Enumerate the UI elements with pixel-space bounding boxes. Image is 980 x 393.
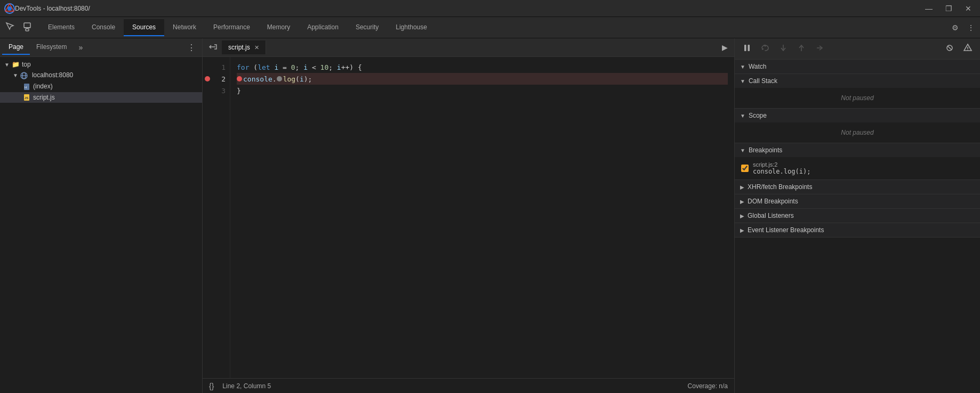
breakpoint-code: console.log(i); (753, 168, 810, 175)
tab-security[interactable]: Security (347, 19, 387, 36)
section-scope: ▼ Scope Not paused (735, 109, 980, 143)
tree-item-scriptjs[interactable]: JS script.js (0, 92, 202, 103)
line-num-1[interactable]: 1 (203, 61, 230, 73)
section-header-call-stack[interactable]: ▼ Call Stack (735, 74, 980, 88)
line-num-2[interactable]: 2 (203, 73, 230, 85)
section-header-xhr[interactable]: ▶ XHR/fetch Breakpoints (735, 180, 980, 194)
svg-rect-3 (26, 29, 29, 31)
pause-exceptions-button[interactable] (960, 41, 976, 57)
folder-icon: 📁 (12, 61, 20, 68)
section-header-scope[interactable]: ▼ Scope (735, 109, 980, 122)
tree-item-index[interactable]: H (index) (0, 81, 202, 92)
maximize-button[interactable]: ❐ (941, 3, 957, 14)
main-area: Page Filesystem » ⋮ ▼ 📁 top ▼ (0, 38, 980, 393)
editor-tab-close[interactable]: ✕ (254, 44, 259, 51)
settings-icon[interactable]: ⚙ (949, 21, 962, 34)
section-header-dom[interactable]: ▶ DOM Breakpoints (735, 194, 980, 208)
code-area: 1 2 3 for ( let i = (203, 57, 734, 378)
top-nav: Elements Console Sources Network Perform… (0, 17, 980, 38)
domain-icon (20, 71, 30, 79)
tab-console[interactable]: Console (83, 19, 124, 36)
tab-memory[interactable]: Memory (259, 19, 299, 36)
dom-label: DOM Breakpoints (748, 198, 798, 205)
section-header-watch[interactable]: ▼ Watch (735, 60, 980, 73)
editor-tab-scriptjs[interactable]: script.js ✕ (222, 40, 266, 54)
scope-label: Scope (749, 112, 767, 119)
svg-rect-12 (744, 45, 746, 51)
section-dom-breakpoints: ▶ DOM Breakpoints (735, 194, 980, 209)
section-event-breakpoints: ▶ Event Listener Breakpoints (735, 223, 980, 238)
call-stack-label: Call Stack (749, 77, 777, 85)
xhr-arrow-icon: ▶ (740, 184, 744, 190)
format-button[interactable]: {} (209, 382, 214, 390)
go-back-button[interactable] (205, 40, 222, 55)
minimize-button[interactable]: — (921, 3, 937, 14)
step-into-button[interactable] (775, 41, 791, 57)
svg-line-18 (947, 46, 952, 50)
tab-performance[interactable]: Performance (205, 19, 259, 36)
breakpoint-inline (237, 76, 242, 81)
call-stack-empty: Not paused (735, 90, 980, 106)
breakpoint-file: script.js:2 (753, 161, 810, 168)
tab-network[interactable]: Network (164, 19, 205, 36)
section-xhr-breakpoints: ▶ XHR/fetch Breakpoints (735, 180, 980, 194)
panel-more-tabs[interactable]: » (75, 41, 86, 54)
code-line-2: console . log ( i ); (237, 73, 728, 85)
cursor-position: Line 2, Column 5 (222, 382, 271, 390)
js-icon: JS (23, 94, 30, 102)
global-label: Global Listeners (748, 212, 794, 219)
section-header-breakpoints[interactable]: ▼ Breakpoints (735, 143, 980, 157)
step-over-button[interactable] (757, 41, 773, 57)
tab-sources[interactable]: Sources (124, 19, 164, 36)
tab-elements[interactable]: Elements (39, 19, 83, 36)
breakpoint-info: script.js:2 console.log(i); (753, 161, 810, 175)
watch-label: Watch (749, 63, 767, 70)
panel-options-button[interactable]: ⋮ (183, 40, 200, 55)
kw-for: for (237, 63, 249, 71)
deactivate-breakpoints-button[interactable] (942, 41, 958, 57)
breakpoint-item[interactable]: script.js:2 console.log(i); (735, 159, 980, 177)
tab-application[interactable]: Application (299, 19, 347, 36)
svg-point-21 (967, 50, 968, 51)
close-button[interactable]: ✕ (961, 3, 976, 14)
tree-item-localhost[interactable]: ▼ localhost:8080 (0, 70, 202, 81)
device-toolbar-icon[interactable] (19, 20, 35, 35)
event-arrow-icon: ▶ (740, 227, 744, 233)
tab-filesystem[interactable]: Filesystem (30, 40, 73, 55)
main-nav-tabs: Elements Console Sources Network Perform… (39, 19, 949, 36)
step-button[interactable] (812, 41, 828, 57)
window-title: DevTools - localhost:8080/ (15, 5, 921, 12)
call-stack-body: Not paused (735, 88, 980, 108)
html-icon: H (23, 83, 30, 91)
play-snippets-button[interactable]: ▶ (718, 41, 732, 54)
tree-label-index: (index) (33, 83, 53, 90)
section-watch: ▼ Watch (735, 60, 980, 74)
line-num-3[interactable]: 3 (203, 85, 230, 96)
tab-lighthouse[interactable]: Lighthouse (387, 19, 436, 36)
editor-tabs: script.js ✕ ▶ (203, 38, 734, 57)
step-out-button[interactable] (793, 41, 809, 57)
global-arrow-icon: ▶ (740, 213, 744, 219)
section-header-event[interactable]: ▶ Event Listener Breakpoints (735, 223, 980, 237)
center-panel: script.js ✕ ▶ 1 2 3 (203, 38, 735, 393)
more-icon[interactable]: ⋮ (964, 21, 978, 34)
inspect-icon[interactable] (2, 20, 18, 35)
tab-page[interactable]: Page (2, 40, 30, 55)
breakpoint-checkbox[interactable] (741, 165, 749, 172)
code-line-3: } (237, 85, 728, 96)
nav-icons (2, 20, 35, 35)
debug-toolbar (735, 38, 980, 60)
call-stack-arrow-icon: ▼ (740, 78, 745, 84)
breakpoint-dot (205, 76, 210, 81)
line-num-label: 3 (221, 87, 226, 95)
svg-rect-2 (24, 23, 30, 28)
nav-right-icons: ⚙ ⋮ (949, 21, 978, 34)
breakpoints-body: script.js:2 console.log(i); (735, 157, 980, 179)
section-header-global[interactable]: ▶ Global Listeners (735, 209, 980, 223)
tree-label-scriptjs: script.js (33, 94, 55, 101)
tree-item-top[interactable]: ▼ 📁 top (0, 59, 202, 70)
gray-dot (277, 76, 282, 81)
window-controls: — ❐ ✕ (921, 3, 976, 14)
event-label: Event Listener Breakpoints (748, 226, 824, 234)
pause-button[interactable] (739, 41, 755, 57)
